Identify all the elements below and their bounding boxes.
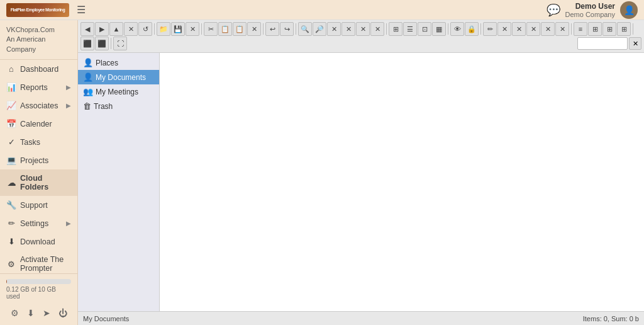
cut-button[interactable]: ✂	[204, 22, 218, 36]
redo-button[interactable]: ↪	[280, 22, 294, 36]
zoom-in-button[interactable]: 🔍	[298, 22, 312, 36]
sidebar-item-support[interactable]: 🔧Support	[0, 196, 77, 214]
sidebar-item-dashboard[interactable]: ⌂Dashboard	[0, 60, 77, 78]
chat-icon[interactable]: 💬	[547, 3, 560, 17]
sidebar-footer: 0.12 GB of 10 GB used ⚙ ⬇ ➤ ⏻	[0, 273, 77, 325]
toolbar-search: ✕	[577, 37, 641, 50]
sidebar-item-settings[interactable]: ✏Settings▶	[0, 214, 77, 232]
sidebar-item-associates[interactable]: 📈Associates▶	[0, 96, 77, 115]
save-button[interactable]: 💾	[171, 22, 185, 36]
undo-button[interactable]: ↩	[265, 22, 279, 36]
sidebar-item-cloud-folders[interactable]: ☁Cloud Folders	[0, 169, 77, 196]
lock-button[interactable]: 🔒	[465, 22, 479, 36]
main-file-area[interactable]	[160, 53, 644, 311]
up-button[interactable]: ▲	[109, 22, 123, 36]
tb-btn-k[interactable]: ⊞	[617, 22, 631, 36]
toolbar-sep-4	[296, 23, 296, 35]
settings-action-icon[interactable]: ⚙	[9, 306, 21, 320]
download-action-icon[interactable]: ⬇	[25, 306, 36, 320]
edit-button[interactable]: ✏	[483, 22, 497, 36]
view-thumb-button[interactable]: ⊡	[418, 22, 431, 36]
columns-button[interactable]: ⊞	[588, 22, 602, 36]
toolbar-sep-10	[111, 38, 111, 49]
tree-panel-resize-handle[interactable]	[157, 53, 159, 311]
tb-btn-c[interactable]: ✕	[356, 22, 370, 36]
toolbar-sep-9	[633, 23, 633, 35]
company-info: VKChopra.Com An American Company	[0, 20, 77, 60]
tree-item-trash[interactable]: 🗑Trash	[78, 99, 159, 113]
view-list-button[interactable]: ☰	[403, 22, 417, 36]
associates-label: Associates	[20, 101, 58, 110]
cancel-button[interactable]: ✕	[124, 22, 138, 36]
associates-icon: 📈	[6, 101, 16, 110]
toolbar-sep-7	[480, 23, 481, 35]
tree-my-meetings-label: My Meetings	[96, 88, 138, 96]
sort-button[interactable]: ≡	[574, 22, 587, 36]
toolbar-sep-6	[448, 23, 448, 35]
main-layout: VKChopra.Com An American Company ⌂Dashbo…	[0, 20, 644, 325]
company-subtitle: An American Company	[6, 35, 71, 54]
tree-panel: 👤Places👤My Documents👥My Meetings🗑Trash	[78, 53, 160, 311]
status-location: My Documents	[83, 315, 129, 322]
new-folder-button[interactable]: 📁	[157, 22, 170, 36]
tree-item-my-documents[interactable]: 👤My Documents	[78, 70, 159, 84]
tree-places-icon: 👤	[83, 58, 93, 67]
tree-my-documents-label: My Documents	[96, 73, 146, 82]
tb-btn-d[interactable]: ✕	[370, 22, 384, 36]
toolbar-sep-2	[201, 23, 202, 35]
tree-trash-icon: 🗑	[83, 101, 91, 111]
tree-item-places[interactable]: 👤Places	[78, 55, 159, 70]
sidebar-item-calender[interactable]: 📅Calender	[0, 115, 77, 133]
tb-btn-l[interactable]: ⬛	[80, 37, 94, 50]
back-button[interactable]: ◀	[80, 22, 94, 36]
tb-btn-j[interactable]: ⊞	[602, 22, 616, 36]
forward-button[interactable]: ▶	[95, 22, 109, 36]
sidebar-item-download[interactable]: ⬇Download	[0, 232, 77, 251]
tb-btn-a[interactable]: ✕	[327, 22, 341, 36]
fullscreen-button[interactable]: ⛶	[113, 37, 127, 50]
tb-btn-b[interactable]: ✕	[341, 22, 355, 36]
toolbar: ◀ ▶ ▲ ✕ ↺ 📁 💾 ✕ ✂ 📋 📋 ✕ ↩ ↪ 🔍 🔎 ✕ ✕ ✕ ✕	[78, 20, 644, 53]
tb-btn-m[interactable]: ⬛	[95, 37, 109, 50]
clear-button[interactable]: ✕	[247, 22, 261, 36]
search-clear-button[interactable]: ✕	[629, 37, 641, 50]
storage-bar-bg	[6, 279, 71, 284]
reports-label: Reports	[20, 83, 48, 92]
sidebar-item-reports[interactable]: 📊Reports▶	[0, 78, 77, 96]
search-input[interactable]	[577, 37, 628, 50]
user-role: Demo Company	[565, 11, 615, 18]
sidebar-actions: ⚙ ⬇ ➤ ⏻	[6, 302, 71, 320]
tb-btn-h[interactable]: ✕	[541, 22, 555, 36]
view-grid-button[interactable]: ⊞	[389, 22, 402, 36]
tb-btn-g[interactable]: ✕	[526, 22, 540, 36]
copy-button[interactable]: 📋	[218, 22, 232, 36]
storage-bar-fill	[6, 279, 7, 284]
upload-action-icon[interactable]: ➤	[41, 306, 52, 320]
paste-button[interactable]: 📋	[233, 22, 247, 36]
tb-btn-e[interactable]: ✕	[497, 22, 511, 36]
tb-btn-f[interactable]: ✕	[512, 22, 526, 36]
power-action-icon[interactable]: ⏻	[57, 306, 69, 320]
download-icon: ⬇	[6, 237, 16, 246]
refresh-button[interactable]: ↺	[138, 22, 152, 36]
preview-button[interactable]: 👁	[450, 22, 464, 36]
tree-item-my-meetings[interactable]: 👥My Meetings	[78, 84, 159, 99]
sidebar-item-projects[interactable]: 💻Projects	[0, 151, 77, 169]
view-detail-button[interactable]: ▦	[432, 22, 446, 36]
reports-chevron-icon: ▶	[66, 84, 71, 91]
sidebar-item-tasks[interactable]: ✓Tasks	[0, 133, 77, 151]
toolbar-sep-8	[571, 23, 572, 35]
tb-btn-i[interactable]: ✕	[555, 22, 569, 36]
tree-places-label: Places	[96, 59, 118, 67]
toolbar-sep-5	[386, 23, 387, 35]
delete-button[interactable]: ✕	[186, 22, 199, 36]
hamburger-button[interactable]: ☰	[74, 3, 88, 17]
sidebar-item-activate-prompter[interactable]: ⚙Activate The Prompter	[0, 251, 77, 273]
zoom-out-button[interactable]: 🔎	[313, 22, 326, 36]
status-items-info: Items: 0, Sum: 0 b	[583, 315, 639, 322]
user-name: Demo User	[565, 2, 615, 11]
activate-prompter-icon: ⚙	[6, 259, 16, 269]
projects-label: Projects	[20, 156, 48, 165]
calender-label: Calender	[20, 120, 52, 128]
user-avatar: 👤	[620, 1, 638, 19]
